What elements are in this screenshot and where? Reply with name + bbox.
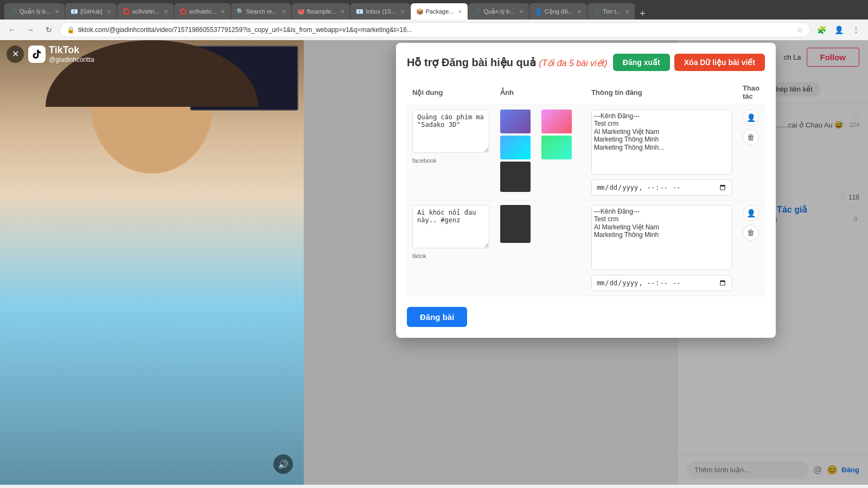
tab-close-1[interactable]: ✕: [55, 9, 59, 15]
tab-icon-8: 📦: [416, 8, 424, 15]
delete-action-button-1[interactable]: 🗑: [743, 129, 759, 145]
new-tab-button[interactable]: +: [635, 8, 650, 20]
action-buttons-2: 👤 🗑: [743, 205, 760, 241]
content-textarea-1[interactable]: Quảng cáo phim ma "Sadako 3D": [412, 110, 489, 153]
address-bar[interactable]: 🔒 tiktok.com/@giadinhcoritta/video/71571…: [60, 22, 810, 37]
publish-button[interactable]: Đăng xuất: [613, 54, 670, 71]
image-thumb-5: [500, 162, 531, 192]
right-panel: Hỗ trợ Đăng bài hiệu quả (Tối đa 5 bài v…: [304, 40, 868, 485]
forward-button[interactable]: →: [23, 22, 38, 37]
tab-icon-1: 🎵: [10, 8, 17, 15]
sound-button[interactable]: 🔊: [273, 454, 293, 474]
tab-11[interactable]: 🎵 Tim t... ✕: [588, 3, 635, 20]
modal-dialog: Hỗ trợ Đăng bài hiệu quả (Tối đa 5 bài v…: [396, 43, 776, 338]
tiktok-header: ✕ TikTok @giadinhcoritta: [0, 40, 304, 68]
delete-action-button-2[interactable]: 🗑: [743, 224, 759, 241]
datetime-input-1[interactable]: [591, 179, 732, 196]
browser-nav: ← → ↻ 🔒 tiktok.com/@giadinhcoritta/video…: [0, 20, 868, 40]
image-thumb-4: [541, 136, 572, 159]
tab-icon-4: ⭕: [180, 8, 187, 15]
tab-7[interactable]: 📧 Inbox (10... ✕: [350, 3, 410, 20]
tab-4[interactable]: ⭕ so9vietn... ✕: [174, 3, 231, 20]
modal-title: Hỗ trợ Đăng bài hiệu quả (Tối đa 5 bài v…: [407, 56, 607, 69]
submit-btn-area: Đăng bài: [407, 307, 765, 327]
channel-select-1[interactable]: ---Kênh Đăng--- Test crm AI Marketing Vi…: [591, 110, 732, 175]
tab-10[interactable]: 👤 Cộng đồ... ✕: [529, 3, 588, 20]
modal-title-limit: (Tối đa 5 bài viết): [539, 59, 608, 68]
images-cell-2: [495, 201, 586, 296]
actions-cell-2: 👤 🗑: [737, 201, 765, 296]
channel-cell-2: ---Kênh Đăng--- Test crm AI Marketing Vi…: [586, 201, 737, 296]
table-row: Quảng cáo phim ma "Sadako 3D" facebook: [407, 105, 765, 201]
table-row: Ai khóc nổi đau này.. #genz tiktok ---Kê…: [407, 201, 765, 296]
tab-close-9[interactable]: ✕: [519, 9, 524, 15]
submit-post-button[interactable]: Đăng bài: [407, 307, 467, 327]
bookmark-icon[interactable]: ☆: [796, 25, 803, 34]
profile-button[interactable]: 👤: [831, 22, 846, 37]
actions-cell-1: 👤 🗑: [737, 105, 765, 201]
posts-table: Nội dung Ảnh Thông tin đăng Thao tác Quả…: [407, 80, 765, 296]
tab-close-6[interactable]: ✕: [340, 9, 344, 15]
tab-icon-7: 📧: [356, 8, 363, 15]
tab-close-10[interactable]: ✕: [577, 9, 582, 15]
image-thumb-6: [500, 205, 531, 243]
tab-icon-5: 🔍: [237, 8, 244, 15]
tab-close-8[interactable]: ✕: [458, 9, 462, 15]
user-action-button-2[interactable]: 👤: [743, 205, 759, 221]
action-buttons-1: 👤 🗑: [743, 110, 760, 145]
col-channel: Thông tin đăng: [586, 80, 737, 105]
tab-1[interactable]: 🎵 Quản lý b... ✕: [4, 3, 65, 20]
sound-icon: 🔊: [278, 459, 289, 470]
tiktok-brand: TikTok: [49, 44, 94, 56]
source-badge-2: tiktok: [412, 253, 489, 259]
tiktok-panel: ✕ TikTok @giadinhcoritta 🔊: [0, 40, 304, 485]
menu-button[interactable]: ⋮: [848, 22, 864, 37]
tab-3[interactable]: ⭕ so9vietn... ✕: [117, 3, 174, 20]
image-thumb-3: [500, 136, 531, 159]
images-grid-1: [500, 110, 580, 159]
video-background: [0, 40, 304, 485]
delete-data-button[interactable]: Xóa Dữ liệu bài viết: [674, 54, 765, 71]
lock-icon: 🔒: [67, 26, 75, 34]
source-badge-1: facebook: [412, 157, 489, 164]
back-button[interactable]: ←: [4, 22, 20, 37]
address-text: tiktok.com/@giadinhcoritta/video/7157198…: [78, 26, 793, 34]
modal-title-text: Hỗ trợ Đăng bài hiệu quả: [407, 56, 539, 68]
tab-8[interactable]: 📦 Package... ✕: [411, 3, 468, 20]
tab-5[interactable]: 🔍 Search re... ✕: [231, 3, 291, 20]
hand-area: [0, 307, 304, 485]
browser-actions: 🧩 👤 ⋮: [814, 22, 864, 37]
tab-2[interactable]: 📧 [GitHub] ✕: [65, 3, 116, 20]
images-cell-1: [495, 105, 586, 201]
tiktok-icon: [28, 46, 46, 63]
tab-icon-6: 🐙: [297, 8, 305, 15]
tab-close-4[interactable]: ✕: [221, 9, 225, 15]
main-content: ✕ TikTok @giadinhcoritta 🔊: [0, 40, 868, 485]
channel-cell-1: ---Kênh Đăng--- Test crm AI Marketing Vi…: [586, 105, 737, 201]
col-content: Nội dung: [407, 80, 495, 105]
datetime-input-2[interactable]: [591, 275, 732, 291]
content-cell-1: Quảng cáo phim ma "Sadako 3D" facebook: [407, 105, 495, 201]
modal-header-buttons: Đăng xuất Xóa Dữ liệu bài viết: [613, 54, 765, 71]
user-action-button-1[interactable]: 👤: [743, 110, 759, 126]
video-person: [0, 40, 304, 485]
content-textarea-2[interactable]: Ai khóc nổi đau này.. #genz: [412, 205, 489, 248]
tab-9[interactable]: 🎵 Quản lý b... ✕: [468, 3, 528, 20]
col-image: Ảnh: [495, 80, 586, 105]
tab-icon-3: ⭕: [123, 8, 130, 15]
tab-close-5[interactable]: ✕: [282, 9, 286, 15]
channel-select-2[interactable]: ---Kênh Đăng--- Test crm AI Marketing Vi…: [591, 205, 732, 270]
modal-overlay: Hỗ trợ Đăng bài hiệu quả (Tối đa 5 bài v…: [304, 40, 868, 485]
tab-6[interactable]: 🐙 fbsample... ✕: [292, 3, 350, 20]
reload-button[interactable]: ↻: [41, 22, 56, 37]
extensions-button[interactable]: 🧩: [814, 22, 829, 37]
tab-close-7[interactable]: ✕: [400, 9, 405, 15]
tab-icon-11: 🎵: [593, 8, 601, 15]
tab-close-2[interactable]: ✕: [107, 9, 111, 15]
tab-close-3[interactable]: ✕: [164, 9, 168, 15]
col-actions: Thao tác: [737, 80, 765, 105]
tab-icon-9: 🎵: [474, 8, 481, 15]
close-button[interactable]: ✕: [7, 46, 24, 63]
tab-icon-10: 👤: [535, 8, 542, 15]
tab-close-11[interactable]: ✕: [625, 9, 629, 15]
